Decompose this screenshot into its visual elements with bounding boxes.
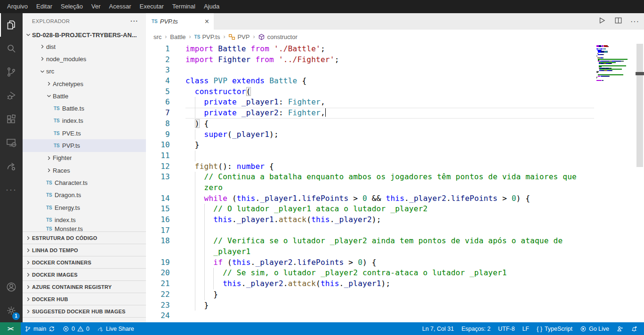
line-number[interactable]: 1 [146, 44, 185, 55]
line-number[interactable]: 12 [146, 161, 185, 172]
menu-ver[interactable]: Ver [87, 0, 105, 13]
code-line[interactable]: zero [185, 183, 594, 193]
tree-file-battle-ts[interactable]: TSBattle.ts [23, 102, 146, 114]
tree-folder-dist[interactable]: dist [23, 40, 146, 53]
line-number[interactable]: 5 [146, 87, 185, 97]
code-line[interactable]: super(_player1); [185, 129, 594, 140]
status-cursor-position[interactable]: Ln 7, Col 31 [419, 322, 458, 335]
line-number[interactable]: 20 [146, 268, 185, 279]
code-line[interactable]: fight(): number { [185, 161, 594, 172]
tree-folder-fighter[interactable]: Fighter [23, 152, 146, 164]
line-number[interactable]: 24 [146, 311, 185, 321]
menu-acessar[interactable]: Acessar [105, 0, 136, 13]
action-run-file[interactable] [597, 16, 606, 27]
breadcrumb-pvp[interactable]: PVP [228, 33, 250, 40]
line-number[interactable]: 8 [146, 119, 185, 129]
line-number[interactable]: 10 [146, 140, 185, 151]
line-number[interactable]: 6 [146, 97, 185, 108]
code-line[interactable]: _player1 [185, 247, 594, 257]
line-number[interactable]: 22 [146, 289, 185, 300]
panel-estrutura-do-c-digo[interactable]: ESTRUTURA DO CÓDIGO [23, 232, 146, 244]
menu-ajuda[interactable]: Ajuda [200, 0, 224, 13]
tree-file-dragon-ts[interactable]: TSDragon.ts [23, 189, 146, 201]
panel-docker-images[interactable]: DOCKER IMAGES [23, 269, 146, 281]
code-line[interactable]: constructor( [185, 87, 594, 97]
code-line[interactable]: if (this._player2.lifePoints > 0) { [185, 257, 594, 268]
menu-arquivo[interactable]: Arquivo [3, 0, 32, 13]
status-go-live[interactable]: Go Live [576, 322, 613, 335]
code-line[interactable]: // O lutador _player1 ataca o lutador _p… [185, 204, 594, 215]
status-notifications[interactable] [627, 322, 641, 335]
line-number[interactable]: 14 [146, 193, 185, 204]
breadcrumb-constructor[interactable]: constructor [258, 33, 297, 40]
line-number[interactable]: 16 [146, 215, 185, 225]
code-line[interactable] [185, 65, 594, 76]
line-number[interactable]: 7 [146, 108, 185, 119]
code-line[interactable]: import Fighter from '../Fighter'; [185, 55, 594, 65]
status-feedback[interactable] [613, 322, 627, 335]
tree-file-index-ts[interactable]: TSindex.ts [23, 214, 146, 226]
tab-close-icon[interactable]: × [205, 17, 209, 26]
line-number[interactable]: 23 [146, 300, 185, 311]
scrollbar-thumb[interactable] [636, 44, 643, 167]
status-encoding[interactable]: UTF-8 [494, 322, 518, 335]
activity-remote-explorer[interactable] [0, 131, 23, 154]
activity-extensions[interactable] [0, 107, 23, 131]
status-live-share[interactable]: Live Share [93, 322, 138, 335]
line-number[interactable]: 9 [146, 129, 185, 140]
breadcrumb-src[interactable]: src [153, 33, 161, 40]
code-line[interactable]: ) { [185, 119, 594, 129]
code-line[interactable]: // Se sim, o lutador _player2 contra-ata… [185, 268, 594, 279]
line-number[interactable]: 17 [146, 225, 185, 236]
panel-suggested-docker-hub-images[interactable]: SUGGESTED DOCKER HUB IMAGES [23, 305, 146, 318]
tree-file-monster-ts[interactable]: TSMonster.ts [23, 226, 146, 231]
line-number[interactable]: 18 [146, 236, 185, 247]
panel-docker-hub[interactable]: DOCKER HUB [23, 293, 146, 305]
panel-docker-containers[interactable]: DOCKER CONTAINERS [23, 256, 146, 269]
action-more-actions[interactable]: ··· [630, 17, 639, 26]
tree-file-index-ts[interactable]: TSindex.ts [23, 115, 146, 127]
remote-indicator[interactable]: >< [0, 322, 21, 335]
minimap[interactable] [594, 44, 636, 322]
tree-file-energy-ts[interactable]: TSEnergy.ts [23, 201, 146, 214]
code-line[interactable]: private _player1: Fighter, [185, 97, 594, 108]
tree-file-pve-ts[interactable]: TSPVE.ts [23, 127, 146, 139]
line-number[interactable]: 19 [146, 257, 185, 268]
panel-linha-do-tempo[interactable]: LINHA DO TEMPO [23, 244, 146, 256]
line-number[interactable] [146, 247, 185, 257]
tree-folder-races[interactable]: Races [23, 164, 146, 176]
tree-file-character-ts[interactable]: TSCharacter.ts [23, 176, 146, 189]
status-language-mode[interactable]: { }TypeScript [533, 322, 576, 335]
tree-folder-src[interactable]: src [23, 65, 146, 78]
activity-account[interactable] [0, 275, 23, 299]
sidebar-more-icon[interactable]: ··· [130, 17, 138, 25]
activity-source-control[interactable] [0, 60, 23, 84]
tree-folder-node-modules[interactable]: node_modules [23, 53, 146, 65]
activity-more-views[interactable]: ··· [0, 178, 23, 201]
activity-run-debug[interactable] [0, 84, 23, 107]
code-line[interactable]: } [185, 289, 594, 300]
tree-folder-battle[interactable]: Battle [23, 90, 146, 102]
panel-azure-container-registry[interactable]: AZURE CONTAINER REGISTRY [23, 281, 146, 293]
breadcrumb-pvp-ts[interactable]: TSPVP.ts [194, 33, 220, 40]
breadcrumb-battle[interactable]: Battle [170, 33, 185, 40]
code-line[interactable]: this._player1.attack(this._player2); [185, 215, 594, 225]
code-line[interactable] [185, 151, 594, 161]
activity-settings[interactable]: 1 [0, 299, 23, 322]
tree-file-pvp-ts[interactable]: TSPVP.ts [23, 139, 146, 152]
activity-search[interactable] [0, 37, 23, 60]
code-line[interactable] [185, 225, 594, 236]
code-line[interactable]: // Verifica se o lutador _player2 ainda … [185, 236, 594, 247]
code-area[interactable]: 1import Battle from './Battle';2import F… [146, 44, 594, 322]
status-git-branch[interactable]: main [21, 322, 59, 335]
tab-pvp-ts[interactable]: TS PVP.ts × [146, 13, 214, 30]
menu-editar[interactable]: Editar [32, 0, 56, 13]
code-line[interactable]: } [185, 300, 594, 311]
line-number[interactable] [146, 183, 185, 193]
menu-terminal[interactable]: Terminal [168, 0, 200, 13]
code-line[interactable]: import Battle from './Battle'; [185, 44, 594, 55]
line-number[interactable]: 15 [146, 204, 185, 215]
line-number[interactable]: 3 [146, 65, 185, 76]
line-number[interactable]: 13 [146, 172, 185, 183]
line-number[interactable]: 4 [146, 76, 185, 87]
